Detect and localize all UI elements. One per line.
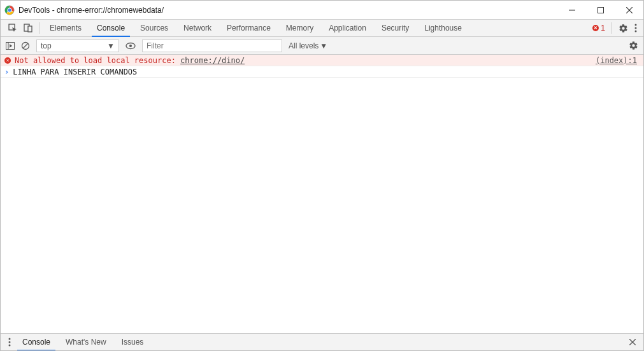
kebab-menu-icon[interactable] (4, 334, 15, 350)
live-expression-icon[interactable] (125, 42, 136, 50)
prompt-caret-icon: › (4, 68, 9, 76)
svg-point-2 (8, 8, 11, 11)
chevron-down-icon: ▼ (320, 41, 327, 50)
tab-performance[interactable]: Performance (219, 20, 278, 36)
window-titlebar: DevTools - chrome-error://chromewebdata/ (1, 1, 643, 20)
drawer-close-button[interactable] (622, 334, 643, 350)
console-output: ✕ Not allowed to load local resource: ch… (1, 55, 643, 333)
window-title: DevTools - chrome-error://chromewebdata/ (18, 6, 164, 15)
console-prompt-row[interactable]: › LINHA PARA INSERIR COMANDOS (1, 66, 643, 78)
inspect-element-icon[interactable] (8, 24, 17, 32)
device-toolbar-icon[interactable] (24, 24, 32, 32)
console-prompt-text: LINHA PARA INSERIR COMANDOS (13, 68, 137, 76)
svg-line-16 (23, 43, 28, 48)
svg-rect-9 (28, 26, 32, 32)
log-levels-selector[interactable]: All levels ▼ (289, 41, 327, 50)
log-levels-label: All levels (289, 41, 318, 50)
drawer-tab-bar: Console What's New Issues (1, 333, 643, 350)
console-toolbar: top ▼ All levels ▼ (1, 37, 643, 55)
kebab-menu-icon[interactable] (634, 24, 637, 32)
svg-point-18 (129, 45, 132, 47)
svg-point-11 (635, 27, 637, 29)
minimize-button[interactable] (557, 1, 586, 20)
maximize-button[interactable] (586, 1, 615, 20)
settings-gear-icon[interactable] (619, 24, 628, 33)
clear-console-icon[interactable] (21, 41, 30, 50)
console-settings-gear-icon[interactable] (629, 41, 638, 50)
context-selector[interactable]: top ▼ (36, 39, 119, 52)
toggle-sidebar-icon[interactable] (6, 42, 15, 50)
filter-input[interactable] (142, 39, 282, 52)
context-value: top (41, 41, 52, 50)
console-error-row[interactable]: ✕ Not allowed to load local resource: ch… (1, 55, 643, 66)
tab-console[interactable]: Console (89, 20, 132, 36)
svg-point-12 (635, 31, 637, 32)
error-message: Not allowed to load local resource: (15, 56, 180, 65)
error-count-badge[interactable]: ✕ 1 (592, 24, 605, 32)
svg-point-20 (9, 341, 11, 343)
tab-network[interactable]: Network (176, 20, 219, 36)
error-link[interactable]: chrome://dino/ (180, 56, 245, 65)
svg-point-10 (635, 24, 637, 26)
drawer-tab-whatsnew[interactable]: What's New (58, 334, 114, 350)
chrome-icon (4, 5, 15, 15)
chevron-down-icon: ▼ (107, 41, 115, 50)
error-icon: ✕ (4, 57, 11, 64)
drawer-tab-console[interactable]: Console (15, 334, 58, 350)
error-source-link[interactable]: (index):1 (596, 56, 640, 65)
drawer-tab-issues[interactable]: Issues (114, 334, 152, 350)
tab-sources[interactable]: Sources (132, 20, 176, 36)
error-count: 1 (601, 24, 605, 32)
svg-point-21 (9, 345, 11, 347)
tab-security[interactable]: Security (374, 20, 417, 36)
tab-lighthouse[interactable]: Lighthouse (417, 20, 469, 36)
svg-rect-4 (597, 7, 603, 13)
close-button[interactable] (615, 1, 643, 20)
error-icon: ✕ (592, 25, 599, 31)
main-tab-bar: Elements Console Sources Network Perform… (1, 20, 643, 37)
tab-application[interactable]: Application (321, 20, 374, 36)
tab-elements[interactable]: Elements (42, 20, 89, 36)
tab-memory[interactable]: Memory (278, 20, 321, 36)
svg-point-19 (9, 338, 11, 340)
